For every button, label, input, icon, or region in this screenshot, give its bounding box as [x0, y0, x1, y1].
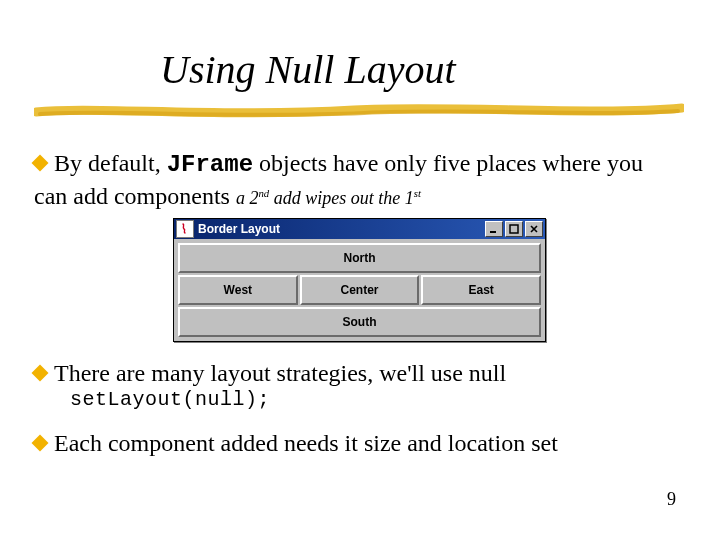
east-cell: East	[421, 275, 541, 305]
bullet-2-code: setLayout(null);	[70, 388, 270, 411]
west-cell: West	[178, 275, 298, 305]
center-cell: Center	[300, 275, 420, 305]
maximize-button-icon	[505, 221, 523, 237]
bullet-3-text: Each component added needs it size and l…	[54, 430, 558, 456]
slide-title: Using Null Layout	[160, 46, 456, 93]
bullet-2-text: There are many layout strategies, we'll …	[54, 360, 506, 386]
brush-underline	[34, 102, 684, 120]
bullet-1: By default, JFrame objects have only fiv…	[34, 148, 680, 211]
note-a: a 2	[236, 188, 259, 208]
north-cell: North	[178, 243, 541, 273]
minimize-button-icon	[485, 221, 503, 237]
slide: Using Null Layout By default, JFrame obj…	[0, 0, 720, 540]
bullet-3: Each component added needs it size and l…	[34, 428, 680, 459]
note-st: st	[414, 187, 421, 199]
bullet-icon	[32, 365, 49, 382]
window-titlebar: Border Layout	[174, 219, 545, 239]
borderlayout-panel: North West Center East South	[174, 239, 545, 341]
svg-rect-0	[490, 231, 496, 233]
svg-rect-1	[510, 225, 518, 233]
bullet-2: There are many layout strategies, we'll …	[34, 358, 680, 389]
bullet-1-text-pre: By default,	[54, 150, 167, 176]
note-nd: nd	[258, 187, 269, 199]
page-number: 9	[667, 489, 676, 510]
bullet-icon	[32, 155, 49, 172]
java-window-illustration: Border Layout North West Center East Sou…	[173, 218, 546, 342]
bullet-1-code: JFrame	[167, 151, 253, 178]
bullet-1-note: a 2nd add wipes out the 1st	[236, 188, 421, 208]
note-b: add wipes out the 1	[269, 188, 414, 208]
window-title: Border Layout	[198, 222, 483, 236]
bullet-icon	[32, 435, 49, 452]
close-button-icon	[525, 221, 543, 237]
south-cell: South	[178, 307, 541, 337]
java-cup-icon	[176, 220, 194, 238]
